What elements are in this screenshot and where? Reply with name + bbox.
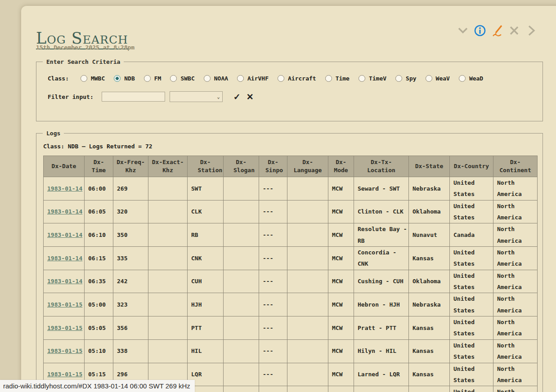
class-label: Class: [48, 75, 69, 82]
cell: MCW [328, 363, 354, 386]
class-option-label: Aircraft [288, 75, 316, 82]
class-radio-wead[interactable] [459, 75, 466, 82]
cell-dx-date: 1983-01-14 [44, 200, 85, 223]
logs-legend: Logs [43, 130, 64, 137]
log-date-link[interactable]: 1983-01-15 [47, 347, 82, 354]
cell: Oklahoma [409, 200, 450, 223]
log-date-link[interactable]: 1983-01-14 [47, 255, 82, 262]
cell [287, 363, 328, 386]
cell [287, 270, 328, 293]
tiddler-toolbar [456, 23, 538, 38]
cell: 323 [113, 293, 148, 316]
class-radio-spy[interactable] [395, 75, 402, 82]
class-option-noaa[interactable]: NOAA [204, 75, 228, 82]
cell: Kansas [409, 316, 450, 340]
cell: 06:10 [85, 223, 113, 247]
cell: 335 [113, 247, 148, 270]
cell: 350 [113, 223, 148, 247]
class-option-aircraft[interactable]: Aircraft [278, 75, 316, 82]
class-radio-timev[interactable] [359, 75, 365, 82]
class-radio-weav[interactable] [426, 75, 432, 82]
class-option-mwbc[interactable]: MWBC [81, 75, 105, 82]
cell: CUH [188, 270, 224, 293]
class-option-label: MWBC [91, 75, 105, 82]
class-radio-row: Class: MWBCNDBFMSWBCNOAAAirVHFAircraftTi… [48, 75, 543, 82]
cell: Nebraska [409, 293, 450, 316]
cell: HIL [188, 339, 224, 363]
cell [224, 386, 259, 392]
cell [259, 386, 287, 392]
edit-pencil-icon[interactable] [490, 23, 504, 38]
log-date-link[interactable]: 1983-01-15 [47, 325, 82, 331]
cell [148, 177, 188, 200]
class-option-label: WeaD [469, 75, 483, 82]
log-date-link[interactable]: 1983-01-14 [47, 208, 82, 215]
cell: --- [259, 223, 287, 247]
cell: --- [259, 316, 287, 340]
class-option-label: WeaV [436, 75, 450, 82]
cell-dx-date: 1983-01-15 [44, 339, 85, 363]
class-radio-mwbc[interactable] [81, 75, 87, 82]
class-option-timev[interactable]: TimeV [359, 75, 386, 82]
search-criteria-legend: Enter Search Criteria [43, 58, 124, 65]
chevron-right-icon[interactable] [525, 23, 538, 38]
filter-text-input[interactable] [102, 92, 165, 102]
class-option-wead[interactable]: WeaD [459, 75, 483, 82]
cell [287, 177, 328, 200]
class-option-weav[interactable]: WeaV [426, 75, 450, 82]
cell: Pratt - PTT [354, 316, 409, 340]
cell: United States [450, 363, 493, 386]
class-option-time[interactable]: Time [325, 75, 350, 82]
log-date-link[interactable]: 1983-01-14 [47, 278, 82, 285]
cell: --- [259, 363, 287, 386]
info-icon[interactable] [473, 23, 487, 38]
apply-filter-button[interactable]: ✓ [233, 93, 241, 101]
class-option-airvhf[interactable]: AirVHF [237, 75, 269, 82]
close-icon[interactable] [507, 23, 521, 38]
class-radio-time[interactable] [325, 75, 332, 82]
cell: North America [493, 200, 538, 223]
log-date-link[interactable]: 1983-01-14 [47, 232, 82, 238]
chevron-down-icon[interactable] [456, 23, 470, 38]
class-radio-aircraft[interactable] [278, 75, 284, 82]
class-option-ndb[interactable]: NDB [114, 75, 135, 82]
class-radio-noaa[interactable] [204, 75, 211, 82]
table-row: 1983-01-1406:10350RB---MCWResolute Bay -… [44, 223, 538, 247]
class-radio-ndb[interactable] [114, 75, 121, 82]
cell: MCW [328, 339, 354, 363]
class-option-label: TimeV [369, 75, 386, 82]
cell: Seward - SWT [354, 177, 409, 200]
cell: MCW [328, 270, 354, 293]
filter-input-label: Filter input: [48, 94, 94, 100]
class-option-swbc[interactable]: SWBC [170, 75, 194, 82]
class-radio-fm[interactable] [144, 75, 151, 82]
cell: United States [450, 386, 493, 392]
class-radio-airvhf[interactable] [237, 75, 244, 82]
cell [287, 293, 328, 316]
cell: 06:35 [85, 270, 113, 293]
clear-filter-button[interactable]: ✕ [247, 93, 254, 101]
cell [148, 270, 188, 293]
cell [148, 293, 188, 316]
cell: MCW [328, 316, 354, 340]
cell [287, 316, 328, 340]
cell-dx-date: 1983-01-15 [44, 316, 85, 340]
filter-field-select[interactable] [170, 91, 223, 102]
cell: --- [259, 339, 287, 363]
column-header-dx-continent: Dx-Continent [493, 156, 538, 177]
cell: 320 [113, 200, 148, 223]
cell [287, 247, 328, 270]
cell [224, 293, 259, 316]
cell: Oklahoma [409, 270, 450, 293]
cell [224, 339, 259, 363]
class-radio-swbc[interactable] [170, 75, 177, 82]
log-date-link[interactable]: 1983-01-15 [47, 371, 82, 378]
log-date-link[interactable]: 1983-01-15 [47, 301, 82, 308]
cell: United States [450, 293, 493, 316]
cell: 05:00 [85, 293, 113, 316]
table-row: 1983-01-1406:05320CLK---MCWClinton - CLK… [44, 200, 538, 223]
column-header-dx-mode: Dx-Mode [328, 156, 354, 177]
class-option-spy[interactable]: Spy [395, 75, 416, 82]
class-option-fm[interactable]: FM [144, 75, 161, 82]
log-date-link[interactable]: 1983-01-14 [47, 185, 82, 192]
